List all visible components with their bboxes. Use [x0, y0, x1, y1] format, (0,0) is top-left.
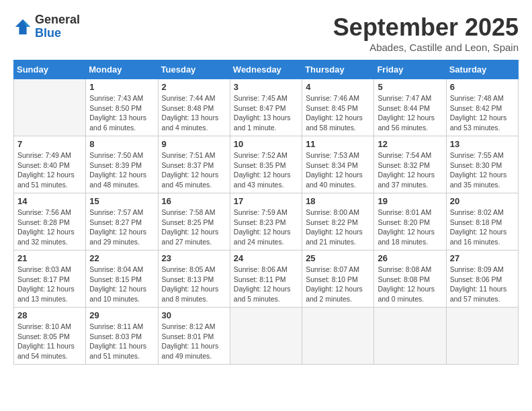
calendar-cell — [446, 308, 518, 365]
week-row: 21Sunrise: 8:03 AMSunset: 8:17 PMDayligh… — [14, 250, 519, 308]
day-number: 13 — [450, 139, 515, 149]
calendar-header: SundayMondayTuesdayWednesdayThursdayFrid… — [14, 60, 519, 79]
cell-info: Sunrise: 7:55 AMSunset: 8:30 PMDaylight:… — [450, 150, 515, 190]
day-number: 22 — [89, 253, 154, 263]
calendar-cell: 18Sunrise: 8:00 AMSunset: 8:22 PMDayligh… — [302, 193, 374, 250]
cell-info: Sunrise: 8:03 AMSunset: 8:17 PMDaylight:… — [17, 265, 82, 304]
calendar-cell — [230, 308, 302, 365]
week-row: 1Sunrise: 7:43 AMSunset: 8:50 PMDaylight… — [14, 79, 519, 136]
week-row: 7Sunrise: 7:49 AMSunset: 8:40 PMDaylight… — [14, 136, 519, 193]
day-number: 6 — [450, 82, 515, 92]
day-number: 20 — [450, 196, 515, 206]
cell-info: Sunrise: 7:46 AMSunset: 8:45 PMDaylight:… — [306, 93, 370, 133]
calendar-cell: 19Sunrise: 8:01 AMSunset: 8:20 PMDayligh… — [374, 193, 446, 250]
calendar-cell: 2Sunrise: 7:44 AMSunset: 8:48 PMDaylight… — [158, 79, 230, 136]
calendar-cell: 1Sunrise: 7:43 AMSunset: 8:50 PMDaylight… — [86, 79, 158, 136]
day-number: 19 — [378, 196, 442, 206]
day-number: 17 — [234, 196, 298, 206]
day-number: 24 — [234, 253, 298, 263]
cell-info: Sunrise: 8:09 AMSunset: 8:06 PMDaylight:… — [450, 265, 515, 304]
calendar-cell: 17Sunrise: 7:59 AMSunset: 8:23 PMDayligh… — [230, 193, 302, 250]
day-header: Monday — [86, 60, 158, 79]
cell-info: Sunrise: 8:08 AMSunset: 8:08 PMDaylight:… — [378, 265, 442, 304]
day-number: 10 — [234, 139, 298, 149]
calendar-cell: 25Sunrise: 8:07 AMSunset: 8:10 PMDayligh… — [302, 250, 374, 308]
calendar-cell: 26Sunrise: 8:08 AMSunset: 8:08 PMDayligh… — [374, 250, 446, 308]
day-number: 28 — [17, 310, 82, 320]
calendar-cell — [374, 308, 446, 365]
calendar-cell: 8Sunrise: 7:50 AMSunset: 8:39 PMDaylight… — [86, 136, 158, 193]
day-number: 23 — [162, 253, 226, 263]
calendar-cell: 28Sunrise: 8:10 AMSunset: 8:05 PMDayligh… — [14, 308, 86, 365]
day-number: 18 — [306, 196, 370, 206]
calendar-cell: 3Sunrise: 7:45 AMSunset: 8:47 PMDaylight… — [230, 79, 302, 136]
calendar-cell: 14Sunrise: 7:56 AMSunset: 8:28 PMDayligh… — [14, 193, 86, 250]
cell-info: Sunrise: 7:44 AMSunset: 8:48 PMDaylight:… — [162, 93, 226, 133]
day-number: 21 — [17, 253, 82, 263]
day-header: Thursday — [302, 60, 374, 79]
day-number: 14 — [17, 196, 82, 206]
header: General Blue September 2025 Abades, Cast… — [13, 13, 519, 53]
cell-info: Sunrise: 8:04 AMSunset: 8:15 PMDaylight:… — [89, 265, 154, 304]
logo: General Blue — [13, 13, 80, 40]
day-number: 12 — [378, 139, 442, 149]
calendar-cell: 6Sunrise: 7:48 AMSunset: 8:42 PMDaylight… — [446, 79, 518, 136]
cell-info: Sunrise: 7:49 AMSunset: 8:40 PMDaylight:… — [17, 150, 82, 190]
logo-icon — [13, 17, 32, 36]
week-row: 14Sunrise: 7:56 AMSunset: 8:28 PMDayligh… — [14, 193, 519, 250]
day-number: 15 — [89, 196, 154, 206]
day-number: 1 — [89, 82, 154, 92]
calendar-cell: 29Sunrise: 8:11 AMSunset: 8:03 PMDayligh… — [86, 308, 158, 365]
calendar: SundayMondayTuesdayWednesdayThursdayFrid… — [13, 60, 519, 365]
cell-info: Sunrise: 7:45 AMSunset: 8:47 PMDaylight:… — [234, 93, 298, 133]
cell-info: Sunrise: 7:43 AMSunset: 8:50 PMDaylight:… — [89, 93, 154, 133]
day-number: 11 — [306, 139, 370, 149]
cell-info: Sunrise: 8:12 AMSunset: 8:01 PMDaylight:… — [162, 322, 226, 361]
calendar-cell: 7Sunrise: 7:49 AMSunset: 8:40 PMDaylight… — [14, 136, 86, 193]
cell-info: Sunrise: 8:02 AMSunset: 8:18 PMDaylight:… — [450, 208, 515, 247]
cell-info: Sunrise: 8:00 AMSunset: 8:22 PMDaylight:… — [306, 208, 370, 247]
cell-info: Sunrise: 8:01 AMSunset: 8:20 PMDaylight:… — [378, 208, 442, 247]
cell-info: Sunrise: 8:11 AMSunset: 8:03 PMDaylight:… — [89, 322, 154, 361]
cell-info: Sunrise: 7:54 AMSunset: 8:32 PMDaylight:… — [378, 150, 442, 190]
days-header-row: SundayMondayTuesdayWednesdayThursdayFrid… — [14, 60, 519, 79]
day-header: Tuesday — [158, 60, 230, 79]
cell-info: Sunrise: 8:07 AMSunset: 8:10 PMDaylight:… — [306, 265, 370, 304]
cell-info: Sunrise: 7:47 AMSunset: 8:44 PMDaylight:… — [378, 93, 442, 133]
cell-info: Sunrise: 7:53 AMSunset: 8:34 PMDaylight:… — [306, 150, 370, 190]
day-number: 3 — [234, 82, 298, 92]
calendar-cell: 11Sunrise: 7:53 AMSunset: 8:34 PMDayligh… — [302, 136, 374, 193]
month-title: September 2025 — [333, 13, 519, 42]
calendar-cell — [302, 308, 374, 365]
cell-info: Sunrise: 7:58 AMSunset: 8:25 PMDaylight:… — [162, 208, 226, 247]
calendar-cell: 5Sunrise: 7:47 AMSunset: 8:44 PMDaylight… — [374, 79, 446, 136]
cell-info: Sunrise: 7:57 AMSunset: 8:27 PMDaylight:… — [89, 208, 154, 247]
day-number: 30 — [162, 310, 226, 320]
calendar-cell: 21Sunrise: 8:03 AMSunset: 8:17 PMDayligh… — [14, 250, 86, 308]
day-number: 16 — [162, 196, 226, 206]
cell-info: Sunrise: 7:59 AMSunset: 8:23 PMDaylight:… — [234, 208, 298, 247]
calendar-cell: 16Sunrise: 7:58 AMSunset: 8:25 PMDayligh… — [158, 193, 230, 250]
calendar-cell: 23Sunrise: 8:05 AMSunset: 8:13 PMDayligh… — [158, 250, 230, 308]
calendar-cell: 15Sunrise: 7:57 AMSunset: 8:27 PMDayligh… — [86, 193, 158, 250]
day-number: 5 — [378, 82, 442, 92]
calendar-body: 1Sunrise: 7:43 AMSunset: 8:50 PMDaylight… — [14, 79, 519, 365]
day-number: 25 — [306, 253, 370, 263]
week-row: 28Sunrise: 8:10 AMSunset: 8:05 PMDayligh… — [14, 308, 519, 365]
cell-info: Sunrise: 7:48 AMSunset: 8:42 PMDaylight:… — [450, 93, 515, 133]
logo-general: General — [35, 13, 80, 27]
calendar-cell: 4Sunrise: 7:46 AMSunset: 8:45 PMDaylight… — [302, 79, 374, 136]
cell-info: Sunrise: 8:06 AMSunset: 8:11 PMDaylight:… — [234, 265, 298, 304]
calendar-cell — [14, 79, 86, 136]
title-area: September 2025 Abades, Castille and Leon… — [333, 13, 519, 53]
day-number: 29 — [89, 310, 154, 320]
calendar-cell: 10Sunrise: 7:52 AMSunset: 8:35 PMDayligh… — [230, 136, 302, 193]
calendar-cell: 9Sunrise: 7:51 AMSunset: 8:37 PMDaylight… — [158, 136, 230, 193]
day-header: Sunday — [14, 60, 86, 79]
cell-info: Sunrise: 7:51 AMSunset: 8:37 PMDaylight:… — [162, 150, 226, 190]
day-number: 7 — [17, 139, 82, 149]
calendar-cell: 13Sunrise: 7:55 AMSunset: 8:30 PMDayligh… — [446, 136, 518, 193]
day-number: 4 — [306, 82, 370, 92]
calendar-cell: 24Sunrise: 8:06 AMSunset: 8:11 PMDayligh… — [230, 250, 302, 308]
calendar-cell: 30Sunrise: 8:12 AMSunset: 8:01 PMDayligh… — [158, 308, 230, 365]
